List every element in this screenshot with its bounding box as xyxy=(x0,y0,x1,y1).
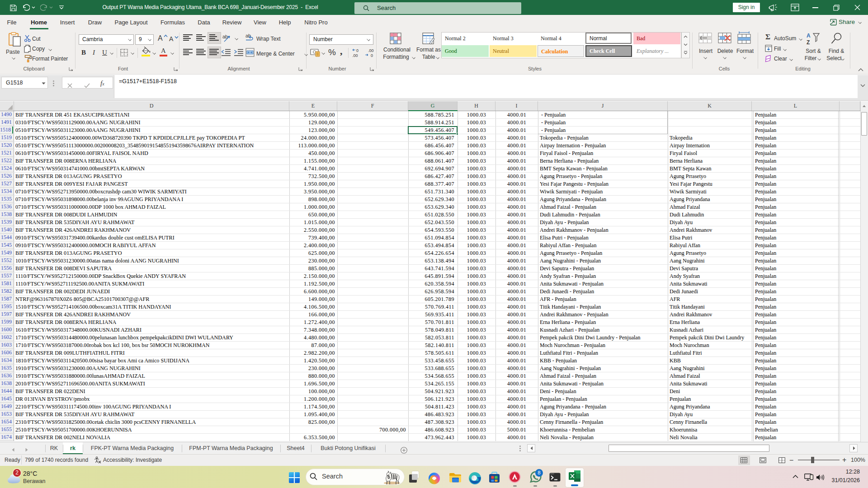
svg-text:Z: Z xyxy=(807,39,810,46)
svg-text:.00: .00 xyxy=(352,53,358,58)
svg-text:.00: .00 xyxy=(368,48,374,53)
svg-text:ab: ab xyxy=(245,33,251,38)
svg-text:0: 0 xyxy=(371,53,373,58)
svg-text:A: A xyxy=(807,33,811,39)
svg-text:0: 0 xyxy=(356,48,359,53)
